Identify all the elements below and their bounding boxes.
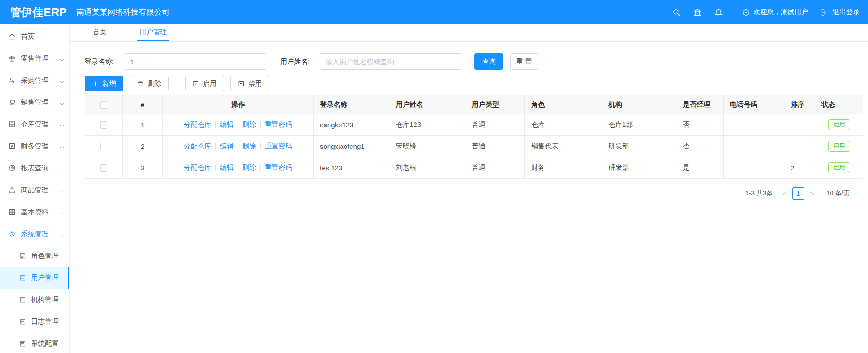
- status-badge: 启用: [828, 162, 850, 173]
- cell-role: 销售代表: [525, 136, 602, 157]
- sidebar-item-goods[interactable]: 商品管理: [0, 179, 69, 201]
- cell-type: 普通: [465, 136, 525, 157]
- sidebar-item-system[interactable]: 系统管理: [0, 223, 69, 245]
- search-button[interactable]: 查询: [474, 53, 503, 70]
- assign-warehouse-link[interactable]: 分配仓库: [184, 142, 211, 150]
- disable-button[interactable]: 禁用: [230, 76, 269, 91]
- logout-text: 退出登录: [832, 8, 860, 16]
- sidebar-item-role-management[interactable]: 角色管理: [0, 245, 69, 267]
- column-header-manager: 是否经理: [676, 95, 724, 114]
- sidebar-item-user-management[interactable]: 用户管理: [0, 267, 69, 289]
- cell-name: 仓库123: [389, 114, 465, 136]
- add-button-label: 新增: [102, 79, 116, 88]
- sidebar-item-log-management[interactable]: 日志管理: [0, 311, 69, 332]
- next-page-arrow[interactable]: >: [807, 190, 817, 197]
- table-header-row: # 操作 登录名称 用户姓名 用户类型 角色 机构 是否经理 电话号码 排序 状…: [85, 95, 863, 114]
- page-size-value: 10 条/页: [826, 190, 850, 198]
- sidebar-item-org-management[interactable]: 机构管理: [0, 289, 69, 311]
- reset-password-link[interactable]: 重置密码: [265, 121, 292, 128]
- current-page-button[interactable]: 1: [792, 187, 804, 200]
- sidebar-item-finance[interactable]: 财务管理: [0, 135, 69, 157]
- cell-org: 研发部: [602, 136, 676, 157]
- sidebar-item-label: 角色管理: [31, 252, 59, 260]
- trash-icon: [137, 80, 144, 87]
- row-checkbox[interactable]: [100, 121, 107, 129]
- page-size-select[interactable]: 10 条/页: [822, 187, 863, 200]
- company-name: 南通某某网络科技有限公司: [76, 7, 170, 17]
- logout-icon: [821, 8, 829, 16]
- column-header-phone: 电话号码: [724, 95, 784, 114]
- filter-form: 登录名称: 用户姓名: 查询 重 置: [85, 53, 860, 70]
- select-all-checkbox[interactable]: [100, 101, 107, 109]
- row-checkbox[interactable]: [100, 143, 107, 150]
- user-name-input[interactable]: [320, 53, 462, 70]
- row-actions: 分配仓库编辑删除重置密码: [163, 114, 314, 136]
- delete-link[interactable]: 删除: [242, 142, 256, 150]
- row-index: 1: [123, 114, 163, 136]
- reset-password-link[interactable]: 重置密码: [265, 142, 292, 150]
- sidebar-item-system-config[interactable]: 系统配置: [0, 332, 69, 353]
- edit-link[interactable]: 编辑: [220, 163, 234, 171]
- sidebar-item-label: 用户管理: [31, 274, 59, 282]
- cell-role: 仓库: [525, 114, 602, 136]
- plus-icon: [92, 80, 99, 87]
- cell-name: 宋晓锋: [389, 136, 465, 157]
- sidebar-item-basic-data[interactable]: 基本资料: [0, 201, 69, 223]
- row-actions: 分配仓库编辑删除重置密码: [163, 157, 314, 179]
- delete-link[interactable]: 删除: [242, 121, 256, 128]
- sidebar-item-reports[interactable]: 报表查询: [0, 157, 69, 179]
- document-icon: [19, 318, 27, 326]
- column-header-org: 机构: [602, 95, 676, 114]
- sidebar-item-warehouse[interactable]: 仓库管理: [0, 113, 69, 135]
- document-icon: [19, 340, 27, 348]
- chevron-down-icon: [59, 56, 64, 64]
- cell-org: 仓库1部: [602, 114, 676, 136]
- chevron-down-icon: [59, 78, 64, 86]
- table-row: 3 分配仓库编辑删除重置密码 test123 刘老根 普通 财务 研发部 是 2…: [85, 157, 863, 179]
- enable-button[interactable]: 启用: [185, 76, 224, 91]
- bank-icon[interactable]: [687, 0, 708, 24]
- reset-button[interactable]: 重 置: [510, 53, 538, 70]
- chevron-down-icon: [59, 122, 64, 130]
- assign-warehouse-link[interactable]: 分配仓库: [184, 163, 211, 171]
- delete-button[interactable]: 删除: [130, 76, 169, 91]
- delete-link[interactable]: 删除: [242, 163, 256, 171]
- document-icon: [19, 296, 27, 304]
- swap-icon: [8, 76, 16, 84]
- cell-sort: 2: [784, 157, 815, 179]
- pie-chart-icon: [8, 164, 16, 172]
- login-name-input[interactable]: [124, 53, 266, 70]
- row-checkbox[interactable]: [100, 164, 107, 172]
- cell-name: 刘老根: [389, 157, 465, 179]
- main-area: 首页 用户管理 登录名称: 用户姓名: 查询 重 置 新增 删除: [70, 24, 868, 353]
- sidebar-item-label: 财务管理: [21, 142, 48, 151]
- logout-button[interactable]: 退出登录: [821, 8, 860, 16]
- sidebar-item-purchase[interactable]: 采购管理: [0, 69, 69, 91]
- chevron-down-icon: [59, 100, 64, 108]
- column-header-sort: 排序: [784, 95, 815, 114]
- sidebar-item-label: 采购管理: [21, 76, 48, 85]
- sidebar-item-retail[interactable]: 零售管理: [0, 47, 69, 69]
- pagination: 1-3 共3条 < 1 > 10 条/页: [85, 187, 863, 200]
- prev-page-arrow[interactable]: <: [779, 190, 789, 197]
- reset-password-link[interactable]: 重置密码: [265, 163, 292, 171]
- login-name-label: 登录名称:: [85, 58, 114, 66]
- chevron-up-icon: [59, 232, 64, 239]
- gear-icon: [8, 230, 16, 238]
- tab-user-management[interactable]: 用户管理: [137, 24, 169, 41]
- sidebar-item-home[interactable]: 首页: [0, 26, 69, 47]
- assign-warehouse-link[interactable]: 分配仓库: [184, 121, 211, 128]
- add-button[interactable]: 新增: [85, 76, 123, 91]
- sidebar-item-label: 报表查询: [21, 164, 48, 173]
- page-content: 登录名称: 用户姓名: 查询 重 置 新增 删除 启用: [70, 53, 868, 200]
- sidebar-item-sales[interactable]: 销售管理: [0, 91, 69, 113]
- sidebar-item-label: 系统管理: [21, 230, 48, 238]
- user-menu[interactable]: 欢迎您，测试用户: [742, 8, 808, 16]
- edit-link[interactable]: 编辑: [220, 142, 234, 150]
- tab-home[interactable]: 首页: [91, 24, 109, 41]
- bell-icon[interactable]: [708, 0, 729, 24]
- cabinet-icon: [8, 120, 16, 128]
- edit-link[interactable]: 编辑: [220, 121, 234, 128]
- delete-button-label: 删除: [148, 79, 161, 88]
- search-icon[interactable]: [666, 0, 687, 24]
